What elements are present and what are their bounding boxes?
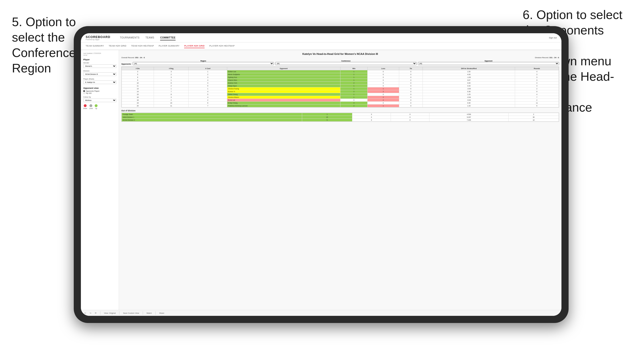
division-record: Division Record: 331 - 34 - 6 [535, 56, 559, 59]
division-label: Division [83, 70, 116, 72]
th-opponent: Opponent [227, 67, 340, 70]
colour-dot-down [84, 104, 86, 107]
sub-nav-player-summary[interactable]: PLAYER SUMMARY [159, 44, 180, 48]
sub-nav-player-h2h-heatmap[interactable]: PLAYER H2H HEATMAP [209, 44, 234, 48]
conference-filter: Conference (All) [275, 60, 416, 65]
division-record-value: 331 - 34 - 6 [549, 56, 559, 59]
sub-nav: TEAM SUMMARY TEAM H2H GRID TEAM H2H HEAT… [81, 42, 562, 50]
table-row: 19 10 6 Emily Chang 4 0 0 0.30 11 [122, 102, 559, 105]
colour-level: Level [89, 104, 93, 109]
radio-dot-unselected [83, 92, 85, 94]
table-row: 13 1 1 Jessica Huang 1 1 0 -3.00 2 [122, 87, 559, 90]
nav-sign-out[interactable]: Sign out [549, 36, 557, 39]
sub-nav-team-h2h-heatmap[interactable]: TEAM H2H HEATMAP [131, 44, 154, 48]
colour-down: Down [83, 104, 87, 109]
table-row: 20 11 7 Federica Domecq Lacroze 2 1 0 1.… [122, 105, 559, 107]
filter-row: Opponents: Region (All) Conference (All) [121, 60, 559, 65]
logo-sub: Powered by clippd [86, 39, 110, 40]
logo-area: SCOREBOARD Powered by clippd [86, 35, 110, 40]
toolbar-redo[interactable]: ↪ [90, 312, 91, 314]
opponent-view-title: Opponent view [83, 87, 116, 89]
opponent-filter: Opponent (All) [418, 60, 559, 65]
th-rounds: Rounds [515, 67, 559, 70]
radio-top100[interactable]: Top 100 [83, 92, 116, 94]
table-row: 3 3 1 Esther Lee 1 0 0 1.50 4 [122, 70, 559, 73]
grid-main-title: Katelyn Vo Head-to-Head Grid for Women's… [121, 52, 559, 55]
top-nav: SCOREBOARD Powered by clippd TOURNAMENTS… [81, 33, 562, 42]
table-row: 18 2 2 Euna Lee 0 2 0 -5.00 2 [122, 99, 559, 102]
th-reg: # Reg [154, 67, 189, 70]
table-row: 16 3 4 Jessica Mason 1 2 0 -0.94 7 [122, 96, 559, 99]
toolbar-sep-3 [143, 311, 143, 315]
conference-filter-title: Conference [275, 60, 416, 62]
conference-select[interactable]: (All) [275, 62, 416, 65]
player-section-title: Player [83, 58, 116, 61]
toolbar-view-original[interactable]: View: Original [104, 312, 116, 314]
toolbar-sep-1 [100, 311, 100, 315]
table-row: 11 2 5 Heejo Hyun 1 0 0 3.33 3 [122, 85, 559, 87]
toolbar-sep-2 [119, 311, 120, 315]
out-of-division-header: Out of division [121, 110, 559, 112]
overall-record-value: 353 - 34 - 6 [135, 56, 145, 59]
main-content: Last Updated: 27/03/2024 14:34 Player Ge… [81, 50, 562, 310]
nav-tournaments[interactable]: TOURNAMENTS [120, 35, 140, 40]
table-row: NAIA Division 1 15 0 0 9.267 30 [122, 116, 559, 119]
th-div: # Div [122, 67, 154, 70]
colour-dot-level [90, 104, 92, 107]
last-updated: Last Updated: 27/03/2024 14:34 [83, 52, 116, 56]
grid-records: Overall Record: 353 - 34 - 6 Division Re… [121, 56, 559, 59]
overall-record: Overall Record: 353 - 34 - 6 [121, 56, 145, 59]
sub-nav-team-summary[interactable]: TEAM SUMMARY [86, 44, 104, 48]
toolbar-share[interactable]: Share [159, 312, 164, 314]
sub-nav-player-h2h-grid[interactable]: PLAYER H2H GRID [184, 44, 204, 48]
opponents-filter-label: Opponents: [121, 63, 131, 65]
toolbar-refresh[interactable]: ⟳ [95, 312, 96, 314]
table-row: 15 8 5 Stella Cheng 1 0 0 1.25 4 [122, 93, 559, 96]
logo-scoreboard: SCOREBOARD [86, 35, 110, 39]
bottom-toolbar: ↩ ↪ ⟳ View: Original Save Custom View Wa… [81, 310, 562, 316]
opponent-filter-title: Opponent [418, 60, 559, 62]
colour-dot-up [95, 104, 98, 107]
out-of-division-table-wrapper: Foreign Team 1 0 0 4.500 2 NAIA Division… [121, 113, 559, 122]
th-win: Win [340, 67, 368, 70]
region-select[interactable]: (All) [133, 62, 274, 65]
radio-opponents-played[interactable]: Opponents Played [83, 90, 116, 92]
out-of-division-table: Foreign Team 1 0 0 4.500 2 NAIA Division… [122, 113, 559, 122]
colour-by-select[interactable]: Win/loss [83, 99, 116, 102]
nav-committee[interactable]: COMMITTEE [160, 35, 176, 40]
nav-teams[interactable]: TEAMS [145, 35, 154, 40]
toolbar-sep-4 [155, 311, 156, 315]
division-select[interactable]: NCAA Division III [83, 72, 116, 76]
grid-area: Katelyn Vo Head-to-Head Grid for Women's… [119, 50, 562, 310]
colour-indicators: Down Level Up [83, 104, 116, 109]
main-data-table: # Div # Reg # Conf Opponent Win Loss Tie… [122, 67, 559, 107]
opponent-view-radio-group: Opponents Played Top 100 [83, 90, 116, 94]
table-row: 5 2 2 Alexis Sudjianto 1 0 0 4.00 3 [122, 73, 559, 76]
gender-select[interactable]: Women's [83, 64, 116, 68]
region-filter: Region (All) [133, 60, 274, 65]
player-rank-label: Player (Rank) [83, 78, 116, 80]
radio-dot-selected [83, 90, 85, 92]
sub-nav-team-h2h-grid[interactable]: TEAM H2H GRID [109, 44, 126, 48]
opponent-select[interactable]: (All) [418, 62, 559, 65]
region-filter-title: Region [133, 60, 274, 62]
toolbar-watch[interactable]: Watch [146, 312, 152, 314]
table-row: Foreign Team 1 0 0 4.500 2 [122, 113, 559, 116]
th-conf: # Conf [189, 67, 227, 70]
grid-title-area: Katelyn Vo Head-to-Head Grid for Women's… [121, 52, 559, 55]
table-row: 9 1 4 Sharon Mun 1 0 0 3.67 3 [122, 79, 559, 82]
table-row: 6 3 3 Sydney Kuo 1 0 0 -1.00 3 [122, 76, 559, 79]
left-panel: Last Updated: 27/03/2024 14:34 Player Ge… [81, 50, 119, 310]
nav-items: TOURNAMENTS TEAMS COMMITTEE [120, 35, 542, 40]
th-diff: Diff Av Strokes/Rnd [423, 67, 515, 70]
toolbar-undo[interactable]: ↩ [84, 312, 86, 314]
app-content: SCOREBOARD Powered by clippd TOURNAMENTS… [81, 33, 562, 316]
toolbar-save-custom[interactable]: Save Custom View [123, 312, 139, 314]
colour-by-label: Colour by [83, 96, 116, 98]
tablet-screen: SCOREBOARD Powered by clippd TOURNAMENTS… [81, 33, 562, 316]
player-rank-select[interactable]: 8. Katelyn Vo [83, 80, 116, 84]
tablet-frame: SCOREBOARD Powered by clippd TOURNAMENTS… [74, 26, 568, 323]
table-row: NCAA Division 2 5 0 0 7.400 10 [122, 119, 559, 122]
th-loss: Loss [368, 67, 399, 70]
table-row: 14 7 4 Eunice Yi 2 2 0 0.38 9 [122, 90, 559, 93]
